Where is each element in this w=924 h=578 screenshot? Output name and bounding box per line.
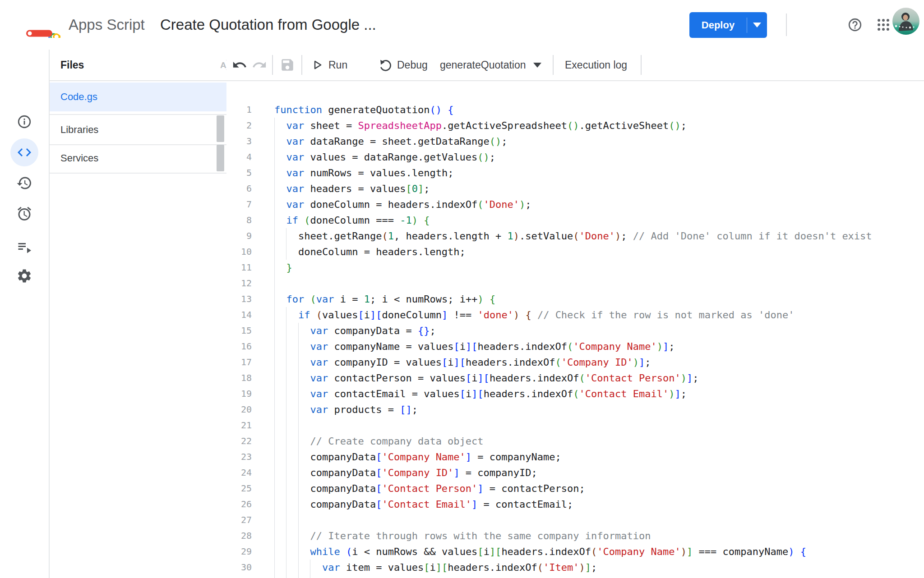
line-content: doneColumn = headers.length;: [274, 244, 924, 260]
code-line: 24 companyData['Company ID'] = companyID…: [226, 465, 924, 481]
deploy-caret-icon[interactable]: [747, 23, 767, 28]
indent-guide: [274, 496, 275, 512]
code-line: 29 while (i < numRows && values[i][heade…: [226, 544, 924, 560]
indent-guide: [274, 575, 275, 578]
code-line: 2 var sheet = SpreadsheetApp.getActiveSp…: [226, 118, 924, 133]
line-content: var headers = values[0];: [274, 181, 924, 197]
code-line: 10 doneColumn = headers.length;: [226, 244, 924, 260]
indent-guide: [298, 339, 299, 354]
code-line: 7 var doneColumn = headers.indexOf('Done…: [226, 197, 924, 212]
line-content: companyData['Company Name'] = companyNam…: [274, 449, 924, 465]
indent-guide: [286, 481, 286, 496]
nav-editor[interactable]: [0, 138, 49, 167]
code-line: 27: [226, 512, 924, 528]
indent-guide: [286, 339, 286, 354]
indent-guide: [286, 528, 286, 544]
indent-guide: [274, 354, 275, 370]
line-content: var dataRange = sheet.getDataRange();: [274, 133, 924, 149]
debug-button[interactable]: Debug: [378, 50, 428, 80]
indent-guide: [274, 323, 275, 339]
user-avatar[interactable]: [892, 8, 919, 35]
services-section[interactable]: Services: [50, 143, 226, 174]
line-content: for (var i = 1; i < numRows; i++) {: [274, 291, 924, 307]
line-number: 29: [226, 544, 252, 560]
apps-script-window: Apps Script Create Quotation from Google…: [0, 0, 924, 578]
indent-guide: [274, 512, 275, 528]
line-number: 9: [226, 228, 252, 244]
line-number: 26: [226, 496, 252, 512]
services-label: Services: [60, 152, 98, 164]
run-button[interactable]: Run: [310, 50, 347, 80]
line-number: 30: [226, 560, 252, 575]
indent-guide: [274, 149, 275, 165]
code-line: 14 if (values[i][doneColumn] !== 'done')…: [226, 307, 924, 323]
indent-guide: [286, 370, 286, 386]
line-content: var doneColumn = headers.indexOf('Done')…: [274, 197, 924, 212]
indent-guide: [286, 386, 286, 402]
playlist-play-icon: [16, 239, 32, 255]
indent-guide: [274, 386, 275, 402]
file-item-label: Code.gs: [60, 91, 97, 103]
editor-pane: Run Debug generateQuotation Execution lo…: [226, 50, 924, 578]
line-number: 16: [226, 339, 252, 354]
nav-overview[interactable]: [0, 107, 49, 136]
header-divider: [786, 14, 787, 36]
line-number: 21: [226, 417, 252, 433]
indent-guide: [274, 449, 275, 465]
alarm-icon: [16, 206, 32, 222]
nav-triggers[interactable]: [0, 199, 49, 228]
libraries-section[interactable]: Libraries: [50, 114, 226, 145]
indent-guide: [274, 181, 275, 197]
services-scrollbar-thumb[interactable]: [217, 145, 224, 171]
line-number: 14: [226, 307, 252, 323]
line-number: 18: [226, 370, 252, 386]
gear-icon: [16, 268, 32, 284]
file-item-code-gs[interactable]: Code.gs: [50, 83, 226, 111]
line-content: var contactEmail = values[i][headers.ind…: [274, 386, 924, 402]
indent-guide: [274, 465, 275, 481]
debug-icon: [378, 58, 393, 72]
indent-guide: [298, 449, 299, 465]
libraries-scrollbar-thumb[interactable]: [217, 115, 224, 142]
redo-icon[interactable]: [252, 57, 267, 73]
project-title[interactable]: Create Quotation from Google ...: [160, 0, 376, 50]
line-content: function generateQuotation() {: [274, 102, 924, 118]
indent-guide: [286, 244, 286, 260]
indent-guide: [298, 323, 299, 339]
nav-settings[interactable]: [0, 261, 49, 290]
line-content: var price = values[i][headers.indexOf('P…: [274, 575, 924, 578]
code-editor[interactable]: 1function generateQuotation() {2 var she…: [226, 80, 924, 578]
execution-log-label: Execution log: [565, 59, 627, 71]
indent-guide: [286, 465, 286, 481]
chevron-down-icon: [533, 63, 541, 68]
line-number: 11: [226, 260, 252, 275]
line-content: companyData['Contact Person'] = contactP…: [274, 481, 924, 496]
indent-guide: [274, 212, 275, 228]
code-line: 18 var contactPerson = values[i][headers…: [226, 370, 924, 386]
function-select[interactable]: generateQuotation: [440, 50, 541, 80]
help-icon[interactable]: [847, 17, 863, 32]
line-content: var numRows = values.length;: [274, 165, 924, 181]
execution-log-button[interactable]: Execution log: [565, 50, 627, 80]
history-icon: [16, 175, 32, 191]
indent-guide: [286, 575, 286, 578]
left-nav-rail: [0, 50, 50, 578]
line-content: var companyData = {};: [274, 323, 924, 339]
google-apps-grid-icon[interactable]: [876, 17, 891, 32]
indent-guide: [286, 354, 286, 370]
line-number: 25: [226, 481, 252, 496]
indent-guide: [286, 402, 286, 417]
line-number: 2: [226, 118, 252, 133]
nav-project-history[interactable]: [0, 169, 49, 197]
deploy-button[interactable]: Deploy: [689, 12, 767, 38]
toolbar-divider: [301, 55, 302, 75]
indent-guide: [298, 354, 299, 370]
undo-icon[interactable]: [232, 57, 247, 73]
line-number: 27: [226, 512, 252, 528]
line-number: 19: [226, 386, 252, 402]
indent-guide: [310, 560, 310, 575]
code-line: 19 var contactEmail = values[i][headers.…: [226, 386, 924, 402]
save-icon[interactable]: [280, 57, 295, 73]
nav-executions[interactable]: [0, 233, 49, 261]
indent-guide: [286, 449, 286, 465]
